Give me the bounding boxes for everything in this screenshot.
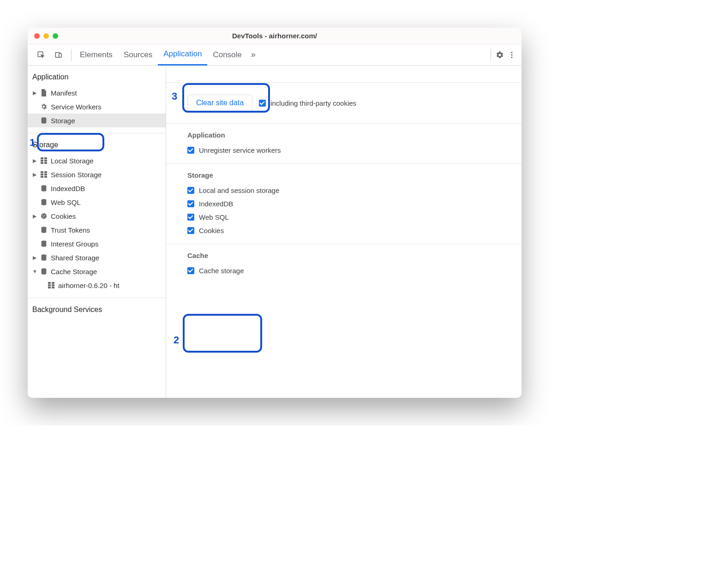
cookies-label: Cookies (199, 227, 224, 234)
label: Manifest (51, 89, 77, 97)
third-party-cookies-label: including third-party cookies (270, 99, 356, 107)
svg-rect-13 (41, 171, 43, 173)
tab-elements[interactable]: Elements (74, 44, 118, 66)
more-tabs-icon[interactable]: » (247, 49, 259, 61)
sidebar-item-web-sql[interactable]: ▶ Web SQL (28, 195, 166, 209)
kebab-menu-icon[interactable] (506, 49, 518, 61)
indexeddb-checkbox[interactable] (187, 200, 194, 207)
sidebar-heading-storage: Storage (28, 138, 166, 154)
indexeddb-label: IndexedDB (199, 200, 233, 208)
section-title-application: Application (174, 130, 514, 144)
gear-icon (40, 102, 48, 111)
svg-point-5 (511, 56, 513, 58)
sidebar-item-service-workers[interactable]: ▶ Service Workers (28, 100, 166, 114)
disclosure-icon: ▶ (32, 172, 37, 178)
clear-site-data-button[interactable]: Clear site data (187, 95, 252, 111)
section-title-storage: Storage (174, 170, 514, 184)
svg-rect-17 (41, 176, 43, 178)
close-window-button[interactable] (34, 33, 40, 39)
sidebar-item-interest-groups[interactable]: ▶ Interest Groups (28, 237, 166, 251)
svg-point-23 (44, 215, 45, 216)
sidebar: Application ▶ Manifest ▶ Service Workers… (28, 66, 166, 398)
device-toolbar-icon[interactable] (53, 49, 65, 61)
settings-icon[interactable] (494, 49, 506, 61)
svg-point-22 (42, 215, 43, 216)
label: Service Workers (51, 103, 102, 111)
table-icon (40, 170, 48, 179)
sidebar-item-local-storage[interactable]: ▶ Local Storage (28, 154, 166, 168)
minimize-window-button[interactable] (43, 33, 49, 39)
label: Cache Storage (51, 268, 97, 276)
svg-rect-29 (48, 282, 51, 284)
svg-rect-8 (44, 157, 47, 159)
sidebar-item-trust-tokens[interactable]: ▶ Trust Tokens (28, 223, 166, 237)
label: Cookies (51, 212, 76, 220)
svg-rect-10 (44, 160, 47, 162)
label: Session Storage (51, 171, 102, 179)
sidebar-item-cookies[interactable]: ▶ Cookies (28, 209, 166, 223)
database-icon (40, 253, 48, 262)
tab-console[interactable]: Console (207, 44, 247, 66)
sidebar-item-manifest[interactable]: ▶ Manifest (28, 86, 166, 100)
sidebar-item-indexeddb[interactable]: ▶ IndexedDB (28, 181, 166, 195)
cookies-checkbox[interactable] (187, 227, 194, 234)
sidebar-item-cache-storage[interactable]: ▼ Cache Storage (28, 264, 166, 278)
sidebar-item-storage[interactable]: ▶ Storage (28, 114, 166, 127)
devtools-window: DevTools - airhorner.com/ Elements Sourc… (28, 28, 521, 398)
label: Shared Storage (51, 254, 99, 262)
database-icon (40, 240, 48, 248)
disclosure-icon: ▶ (32, 213, 37, 219)
svg-rect-7 (41, 157, 43, 159)
table-icon (40, 156, 48, 165)
local-session-checkbox[interactable] (187, 187, 194, 194)
inspect-element-icon[interactable] (35, 49, 47, 61)
cookie-icon (40, 212, 48, 220)
database-icon (40, 184, 48, 192)
body: Application ▶ Manifest ▶ Service Workers… (28, 66, 521, 398)
sidebar-item-cache-entry[interactable]: airhorner-0.6.20 - ht (28, 278, 166, 292)
cache-storage-checkbox[interactable] (187, 267, 194, 274)
document-icon (40, 89, 48, 97)
svg-rect-12 (44, 162, 47, 164)
sidebar-item-session-storage[interactable]: ▶ Session Storage (28, 168, 166, 181)
window-title: DevTools - airhorner.com/ (28, 32, 521, 40)
label: Interest Groups (51, 240, 98, 248)
database-icon (40, 198, 48, 206)
web-sql-checkbox[interactable] (187, 214, 194, 221)
label: Storage (51, 117, 75, 125)
disclosure-icon: ▶ (32, 90, 37, 96)
main-panel: Clear site data including third-party co… (166, 66, 521, 398)
sidebar-section-bg-services: Background Services (28, 298, 166, 324)
sidebar-heading-bg-services: Background Services (28, 303, 166, 318)
svg-rect-15 (41, 174, 43, 175)
database-icon (40, 226, 48, 234)
traffic-lights (34, 33, 58, 39)
application-group-panel: Application Unregister service workers (166, 124, 521, 164)
disclosure-icon: ▶ (32, 255, 37, 261)
disclosure-icon: ▶ (32, 158, 37, 164)
unregister-sw-label: Unregister service workers (199, 146, 281, 154)
storage-group-panel: Storage Local and session storage Indexe… (166, 164, 521, 244)
tab-application[interactable]: Application (158, 44, 207, 66)
label: airhorner-0.6.20 - ht (58, 282, 120, 289)
svg-rect-2 (59, 54, 61, 57)
sidebar-item-shared-storage[interactable]: ▶ Shared Storage (28, 251, 166, 264)
svg-rect-34 (52, 287, 54, 288)
svg-rect-18 (44, 176, 47, 178)
divider (71, 49, 72, 61)
svg-rect-14 (44, 171, 47, 173)
cache-group-panel: Cache Cache storage (166, 244, 521, 284)
database-icon (40, 267, 48, 276)
clear-data-panel: Clear site data including third-party co… (166, 82, 521, 124)
local-session-label: Local and session storage (199, 186, 279, 194)
svg-point-21 (41, 213, 47, 219)
third-party-cookies-checkbox[interactable] (259, 100, 266, 107)
disclosure-open-icon: ▼ (32, 269, 37, 274)
tab-sources[interactable]: Sources (118, 44, 158, 66)
main-toolbar: Elements Sources Application Console » (28, 44, 521, 66)
cache-storage-label: Cache storage (199, 267, 244, 275)
svg-rect-31 (48, 284, 51, 286)
zoom-window-button[interactable] (53, 33, 58, 39)
unregister-sw-checkbox[interactable] (187, 147, 194, 154)
sidebar-heading-application: Application (28, 70, 166, 86)
